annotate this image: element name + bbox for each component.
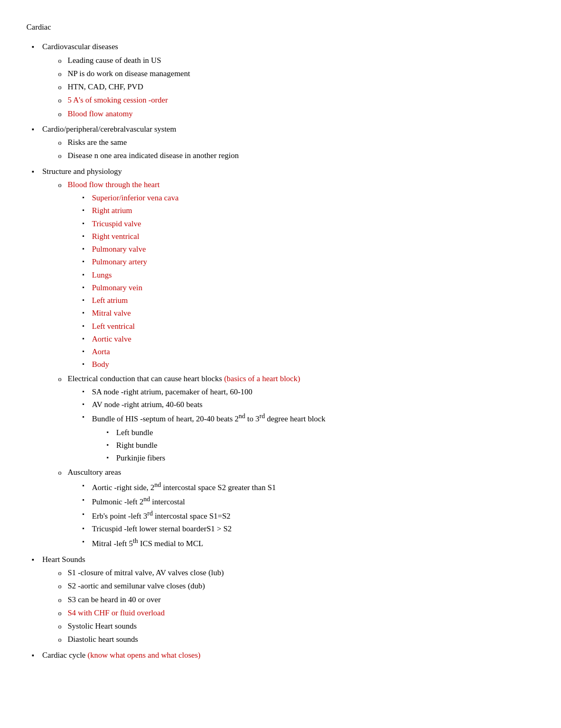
item-text: Mitral valve bbox=[92, 307, 535, 319]
list-item: ▪ Left atrium bbox=[82, 294, 535, 307]
item-text: Tricuspid -left lower sternal boarderS1 … bbox=[92, 523, 535, 535]
bullet-icon: ▪ bbox=[82, 206, 89, 215]
item-text: S1 -closure of mitral valve, AV valves c… bbox=[68, 567, 535, 579]
list-item: o Disease n one area indicated disease i… bbox=[58, 150, 535, 162]
item-text: AV node -right atrium, 40-60 beats bbox=[92, 399, 535, 411]
bullet-icon: o bbox=[58, 374, 64, 384]
list-item: ▪ Aorta bbox=[82, 346, 535, 358]
item-text: Right atrium bbox=[92, 205, 535, 217]
bullet-icon: o bbox=[58, 151, 64, 161]
item-text: Left atrium bbox=[92, 294, 535, 307]
list-item-structure: ▪ Structure and physiology o Blood flow … bbox=[32, 165, 535, 551]
item-text: Left ventrical bbox=[92, 320, 535, 333]
list-item-heart-sounds: ▪ Heart Sounds o S1 -closure of mitral v… bbox=[32, 554, 535, 647]
list-item: ▪ Tricuspid -left lower sternal boarderS… bbox=[82, 523, 535, 535]
item-text: Blood flow through the heart bbox=[68, 180, 160, 189]
bullet-icon: ▪ bbox=[107, 440, 113, 449]
list-item: ▪ AV node -right atrium, 40-60 beats bbox=[82, 399, 535, 411]
list-item: o S4 with CHF or fluid overload bbox=[58, 607, 535, 619]
bullet-icon: o bbox=[58, 581, 64, 592]
item-text: Risks are the same bbox=[68, 136, 535, 149]
bullet-icon: ▪ bbox=[82, 334, 89, 343]
list-item: ▪ Body bbox=[82, 358, 535, 371]
list-item: ▪ Pulmonary artery bbox=[82, 256, 535, 268]
item-text: Left bundle bbox=[116, 427, 535, 439]
list-item-cardiac-cycle: ▪ Cardiac cycle (know what opens and wha… bbox=[32, 649, 535, 661]
item-text: HTN, CAD, CHF, PVD bbox=[68, 81, 535, 93]
item-text: Pulmonary vein bbox=[92, 282, 535, 294]
item-text: Pulmonic -left 2nd intercostal bbox=[92, 494, 535, 508]
item-text: Blood flow anatomy bbox=[68, 108, 535, 120]
bullet-icon: ▪ bbox=[82, 412, 89, 421]
item-text: Aortic -right side, 2nd intercostal spac… bbox=[92, 480, 535, 494]
bullet-icon: o bbox=[58, 109, 64, 119]
item-text: SA node -right atrium, pacemaker of hear… bbox=[92, 386, 535, 398]
list-item-bundle: ▪ Bundle of HIS -septum of heart, 20-40 … bbox=[82, 411, 535, 465]
item-text: Pulmonary valve bbox=[92, 243, 535, 255]
list-item: ▪ Pulmonary valve bbox=[82, 243, 535, 255]
list-item: o Blood flow anatomy bbox=[58, 108, 535, 120]
item-text: S4 with CHF or fluid overload bbox=[68, 607, 535, 619]
item-text: S3 can be heard in 40 or over bbox=[68, 594, 535, 606]
list-item: ▪ Tricuspid valve bbox=[82, 218, 535, 230]
item-text: Body bbox=[92, 358, 535, 371]
bullet-icon: o bbox=[58, 69, 64, 79]
bullet-icon: ▪ bbox=[107, 453, 113, 462]
item-text: Right ventrical bbox=[92, 231, 535, 243]
bullet-icon: o bbox=[58, 634, 64, 645]
list-item: ▪ Erb's point -left 3rd intercostal spac… bbox=[82, 509, 535, 522]
list-item: ▪ Superior/inferior vena cava bbox=[82, 192, 535, 204]
bullet-icon: ▪ bbox=[82, 481, 89, 490]
blood-flow-items: ▪ Superior/inferior vena cava ▪ Right at… bbox=[68, 192, 535, 371]
list-item: o Risks are the same bbox=[58, 136, 535, 149]
bullet-icon: ▪ bbox=[82, 524, 89, 533]
bullet-icon: o bbox=[58, 95, 64, 106]
bullet-icon: ▪ bbox=[82, 360, 89, 368]
section-label: Cardiac cycle bbox=[42, 651, 88, 659]
list-item: ▪ Pulmonary vein bbox=[82, 282, 535, 294]
list-item: ▪ Lungs bbox=[82, 269, 535, 281]
list-item-cardiovascular: ▪ Cardiovascular diseases o Leading caus… bbox=[32, 41, 535, 121]
item-text: Tricuspid valve bbox=[92, 218, 535, 230]
bullet-icon: ▪ bbox=[32, 42, 39, 52]
bullet-icon: ▪ bbox=[82, 400, 89, 409]
bullet-icon: ▪ bbox=[82, 510, 89, 519]
item-text: Aortic valve bbox=[92, 333, 535, 345]
list-item: o 5 A's of smoking cession -order bbox=[58, 94, 535, 106]
bullet-icon: ▪ bbox=[82, 244, 89, 253]
section-label: Cardio/peripheral/cerebralvascular syste… bbox=[42, 125, 176, 133]
bullet-icon: ▪ bbox=[82, 321, 89, 330]
heart-sounds-subitems: o S1 -closure of mitral valve, AV valves… bbox=[42, 567, 535, 646]
bullet-icon: ▪ bbox=[82, 283, 89, 292]
main-list: ▪ Cardiovascular diseases o Leading caus… bbox=[26, 41, 535, 661]
bullet-icon: ▪ bbox=[82, 270, 89, 279]
bullet-icon: o bbox=[58, 180, 64, 190]
list-item: ▪ Mitral -left 5th ICS medial to MCL bbox=[82, 536, 535, 550]
bullet-icon: o bbox=[58, 621, 64, 632]
list-item: ▪ Right atrium bbox=[82, 205, 535, 217]
list-item-cardio-peripheral: ▪ Cardio/peripheral/cerebralvascular sys… bbox=[32, 123, 535, 163]
item-text: 5 A's of smoking cession -order bbox=[68, 94, 535, 106]
item-text: Systolic Heart sounds bbox=[68, 620, 535, 632]
list-item: ▪ Right bundle bbox=[107, 439, 535, 451]
bullet-icon: ▪ bbox=[82, 347, 89, 356]
bullet-icon: ▪ bbox=[82, 193, 89, 202]
list-item: o NP is do work on disease management bbox=[58, 68, 535, 80]
bullet-icon: ▪ bbox=[82, 537, 89, 546]
item-text: Erb's point -left 3rd intercostal space … bbox=[92, 509, 535, 522]
item-text: Superior/inferior vena cava bbox=[92, 192, 535, 204]
item-text: Pulmonary artery bbox=[92, 256, 535, 268]
page-title: Cardiac bbox=[26, 21, 535, 33]
list-item: o S2 -aortic and semilunar valve closes … bbox=[58, 580, 535, 592]
list-item: ▪ Left bundle bbox=[107, 427, 535, 439]
bullet-icon: ▪ bbox=[32, 167, 39, 177]
item-text: Lungs bbox=[92, 269, 535, 281]
cardiac-cycle-suffix: (know what opens and what closes) bbox=[88, 651, 201, 659]
bullet-icon: o bbox=[58, 56, 64, 66]
list-item: ▪ SA node -right atrium, pacemaker of he… bbox=[82, 386, 535, 398]
bullet-icon: o bbox=[58, 608, 64, 619]
list-item: o S1 -closure of mitral valve, AV valves… bbox=[58, 567, 535, 579]
list-item: ▪ Pulmonic -left 2nd intercostal bbox=[82, 494, 535, 508]
list-item-blood-flow: o Blood flow through the heart ▪ Superio… bbox=[58, 179, 535, 372]
bundle-items: ▪ Left bundle ▪ Right bundle bbox=[92, 427, 535, 465]
